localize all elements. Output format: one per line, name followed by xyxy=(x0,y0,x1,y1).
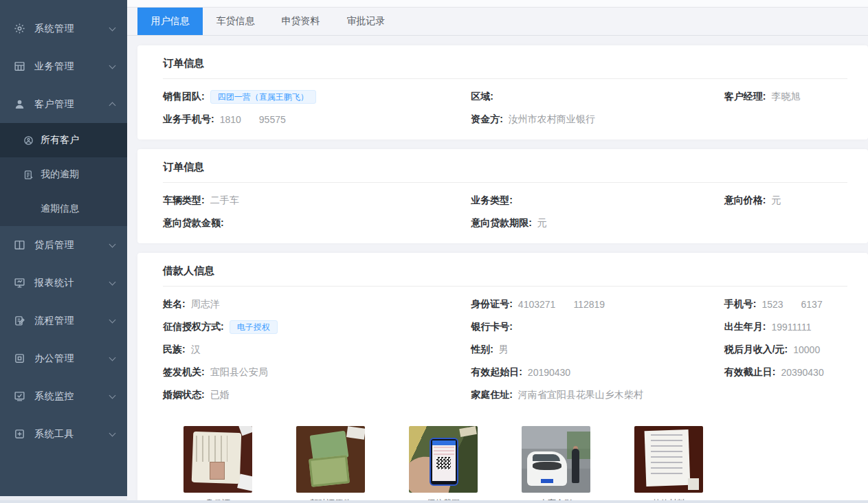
field-label: 征信授权方式: xyxy=(163,321,224,333)
field-label: 资金方: xyxy=(471,113,503,126)
monitor-icon xyxy=(14,277,25,289)
field-birth: 出生年月: 19911111 xyxy=(724,320,847,335)
field-value: 1523 xyxy=(761,299,783,310)
field-sales-team: 销售团队: 四团一营（直属王鹏飞） xyxy=(163,89,471,104)
book-icon xyxy=(14,239,25,251)
sidebar-item-label: 我的逾期 xyxy=(41,168,79,181)
sidebar-item-process-mgmt[interactable]: 流程管理 xyxy=(0,302,127,339)
field-credit-auth: 征信授权方式: 电子授权 xyxy=(163,320,471,335)
redaction-box xyxy=(555,300,573,309)
photo-item: 征信截图 xyxy=(409,426,478,503)
field-bank-card: 银行卡号: xyxy=(471,320,724,335)
field-label: 业务类型: xyxy=(471,194,513,207)
sales-team-tag[interactable]: 四团一营（直属王鹏飞） xyxy=(210,90,316,104)
sidebar-item-system-mgmt[interactable]: 系统管理 xyxy=(0,10,127,47)
field-value: 19911111 xyxy=(771,322,811,333)
photo-item: 人车合影 xyxy=(522,426,590,503)
field-name: 姓名: 周志洋 xyxy=(163,297,471,312)
sidebar-item-label: 流程管理 xyxy=(34,315,110,327)
field-phone: 手机号: 15236137 xyxy=(724,297,847,312)
sidebar-item-postloan-mgmt[interactable]: 贷后管理 xyxy=(0,226,127,264)
document-icon xyxy=(23,170,34,180)
tab-loan-application-materials[interactable]: 申贷资料 xyxy=(268,8,333,35)
sidebar-item-label: 所有客户 xyxy=(41,134,79,146)
sidebar-item-all-customers[interactable]: 所有客户 xyxy=(0,123,127,157)
field-label: 有效截止日: xyxy=(724,366,776,379)
field-value: 元 xyxy=(537,217,547,230)
field-value: 6137 xyxy=(801,299,823,310)
gear-icon xyxy=(14,23,25,34)
handwritten-document-photo[interactable] xyxy=(634,426,703,493)
field-empty xyxy=(724,216,847,231)
field-label: 婚姻状态: xyxy=(163,389,205,401)
sidebar-item-label: 业务管理 xyxy=(34,60,110,73)
borrower-info-card: 借款人信息 姓名: 周志洋 身份证号: 4103271112819 手机号: 1… xyxy=(137,253,868,503)
user-icon xyxy=(14,98,25,110)
field-valid-to: 有效截止日: 20390430 xyxy=(724,365,847,380)
plus-square-icon xyxy=(14,428,25,440)
field-label: 销售团队: xyxy=(163,91,205,103)
field-id-number: 身份证号: 4103271112819 xyxy=(471,297,724,312)
field-value: 元 xyxy=(771,194,781,207)
sidebar-item-label: 贷后管理 xyxy=(34,239,110,252)
field-label: 意向价格: xyxy=(724,194,766,207)
sidebar-item-system-tools[interactable]: 系统工具 xyxy=(0,415,127,453)
grid-icon xyxy=(14,60,25,72)
sidebar-item-label: 客户管理 xyxy=(34,98,110,111)
chevron-down-icon xyxy=(109,278,116,285)
field-income: 税后月收入/元: 10000 xyxy=(724,342,847,357)
sidebar-item-overdue-info[interactable]: 逾期信息 xyxy=(0,192,127,226)
license-booklet-photo[interactable] xyxy=(296,426,365,493)
field-label: 意向贷款金额: xyxy=(163,217,224,230)
order-info-card-1: 订单信息 销售团队: 四团一营（直属王鹏飞） 区域: 客户经理: 李晓旭 业务手… xyxy=(137,45,868,139)
tab-approval-records[interactable]: 审批记录 xyxy=(333,8,399,35)
credit-qr-phone-photo[interactable] xyxy=(409,426,478,493)
square-in-square-icon xyxy=(14,353,25,364)
chevron-down-icon xyxy=(109,392,116,399)
sidebar-item-label: 逾期信息 xyxy=(41,203,79,215)
field-intent-loan-amount: 意向贷款金额: xyxy=(163,216,471,231)
card-title: 订单信息 xyxy=(163,45,847,78)
field-vehicle-type: 车辆类型: 二手车 xyxy=(163,193,471,208)
field-value: 112819 xyxy=(573,299,605,310)
photo-strip: 身份证 驾驶证原件 征信截图 xyxy=(163,415,847,503)
field-label: 区域: xyxy=(471,91,493,103)
sidebar-item-label: 系统监控 xyxy=(34,390,110,403)
tab-car-loan-info[interactable]: 车贷信息 xyxy=(203,8,268,35)
sidebar-item-office-mgmt[interactable]: 办公管理 xyxy=(0,339,127,377)
chevron-down-icon xyxy=(109,354,116,361)
order-info-card-2: 订单信息 车辆类型: 二手车 业务类型: 意向价格: 元 意向贷款金额: xyxy=(137,149,868,243)
field-gender: 性别: 男 xyxy=(471,342,724,357)
field-funder: 资金方: 汝州市农村商业银行 xyxy=(471,112,724,127)
monitor-check-icon xyxy=(14,390,25,402)
photo-item: 身份证 xyxy=(183,426,252,503)
field-value: 已婚 xyxy=(210,389,230,401)
field-grid: 车辆类型: 二手车 业务类型: 意向价格: 元 意向贷款金额: 意向贷款期限: xyxy=(163,183,847,243)
chevron-up-icon xyxy=(109,102,116,109)
tab-user-info[interactable]: 用户信息 xyxy=(137,8,203,35)
field-label: 客户经理: xyxy=(724,91,766,103)
clipboard-edit-icon xyxy=(14,315,25,326)
sidebar-item-my-overdue[interactable]: 我的逾期 xyxy=(0,157,127,192)
sidebar-item-system-monitor[interactable]: 系统监控 xyxy=(0,377,127,415)
field-label: 有效起始日: xyxy=(471,366,522,379)
field-value: 周志洋 xyxy=(191,298,220,311)
tab-bar: 用户信息 车贷信息 申贷资料 审批记录 xyxy=(127,8,868,36)
sidebar-item-business-mgmt[interactable]: 业务管理 xyxy=(0,47,127,85)
field-business-phone: 业务手机号: 181095575 xyxy=(163,112,471,127)
field-label: 家庭住址: xyxy=(471,389,513,401)
field-label: 银行卡号: xyxy=(471,321,513,333)
chevron-down-icon xyxy=(109,62,116,69)
field-intent-loan-term: 意向贷款期限: 元 xyxy=(471,216,724,231)
person-car-photo[interactable] xyxy=(522,426,590,493)
field-value: 河南省宜阳县花果山乡木柴村 xyxy=(518,389,643,401)
field-business-type: 业务类型: xyxy=(471,193,724,208)
sidebar-item-report-stats[interactable]: 报表统计 xyxy=(0,264,127,302)
sidebar-item-customer-mgmt[interactable]: 客户管理 xyxy=(0,85,127,123)
id-card-photo[interactable] xyxy=(183,426,252,493)
credit-auth-tag[interactable]: 电子授权 xyxy=(230,320,278,334)
field-label: 性别: xyxy=(471,344,493,356)
field-label: 签发机关: xyxy=(163,366,205,379)
field-value: 宜阳县公安局 xyxy=(210,366,268,379)
customer-mgmt-submenu: 所有客户 我的逾期 逾期信息 xyxy=(0,123,127,226)
